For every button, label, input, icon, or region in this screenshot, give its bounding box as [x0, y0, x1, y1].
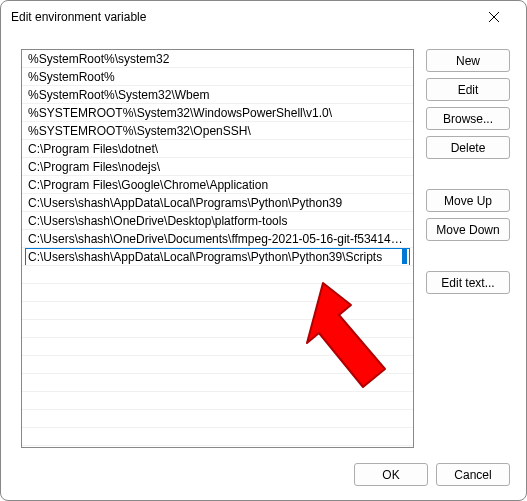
- list-item-empty[interactable]: [22, 320, 413, 338]
- list-item[interactable]: %SystemRoot%: [22, 68, 413, 86]
- list-item[interactable]: C:\Users\shash\AppData\Local\Programs\Py…: [22, 194, 413, 212]
- side-buttons: New Edit Browse... Delete Move Up Move D…: [426, 49, 510, 448]
- list-item-empty[interactable]: [22, 266, 413, 284]
- list-item[interactable]: C:\Users\shash\OneDrive\Documents\ffmpeg…: [22, 230, 413, 248]
- list-item-empty[interactable]: [22, 410, 413, 428]
- list-item-empty[interactable]: [22, 284, 413, 302]
- edit-button[interactable]: Edit: [426, 78, 510, 101]
- path-edit-input[interactable]: [26, 249, 409, 266]
- new-button[interactable]: New: [426, 49, 510, 72]
- move-up-button[interactable]: Move Up: [426, 189, 510, 212]
- list-item-empty[interactable]: [22, 356, 413, 374]
- list-item[interactable]: C:\Program Files\dotnet\: [22, 140, 413, 158]
- delete-button[interactable]: Delete: [426, 136, 510, 159]
- dialog-content: %SystemRoot%\system32 %SystemRoot% %Syst…: [21, 49, 510, 448]
- list-item[interactable]: %SystemRoot%\system32: [22, 50, 413, 68]
- close-button[interactable]: [472, 3, 516, 31]
- edit-text-button[interactable]: Edit text...: [426, 271, 510, 294]
- list-item[interactable]: C:\Program Files\Google\Chrome\Applicati…: [22, 176, 413, 194]
- list-item[interactable]: %SYSTEMROOT%\System32\WindowsPowerShell\…: [22, 104, 413, 122]
- list-item[interactable]: C:\Users\shash\OneDrive\Desktop\platform…: [22, 212, 413, 230]
- dialog-footer: OK Cancel: [354, 463, 510, 486]
- list-item[interactable]: %SystemRoot%\System32\Wbem: [22, 86, 413, 104]
- list-item[interactable]: C:\Program Files\nodejs\: [22, 158, 413, 176]
- list-item-empty[interactable]: [22, 428, 413, 446]
- list-item-editing[interactable]: [22, 248, 413, 266]
- text-caret: [402, 249, 407, 264]
- cancel-button[interactable]: Cancel: [436, 463, 510, 486]
- move-down-button[interactable]: Move Down: [426, 218, 510, 241]
- ok-button[interactable]: OK: [354, 463, 428, 486]
- browse-button[interactable]: Browse...: [426, 107, 510, 130]
- window-title: Edit environment variable: [11, 10, 472, 24]
- list-item-empty[interactable]: [22, 392, 413, 410]
- list-item[interactable]: %SYSTEMROOT%\System32\OpenSSH\: [22, 122, 413, 140]
- titlebar: Edit environment variable: [1, 1, 526, 33]
- list-item-empty[interactable]: [22, 302, 413, 320]
- path-listbox[interactable]: %SystemRoot%\system32 %SystemRoot% %Syst…: [21, 49, 414, 448]
- list-item-empty[interactable]: [22, 338, 413, 356]
- list-item-empty[interactable]: [22, 374, 413, 392]
- close-icon: [489, 12, 499, 22]
